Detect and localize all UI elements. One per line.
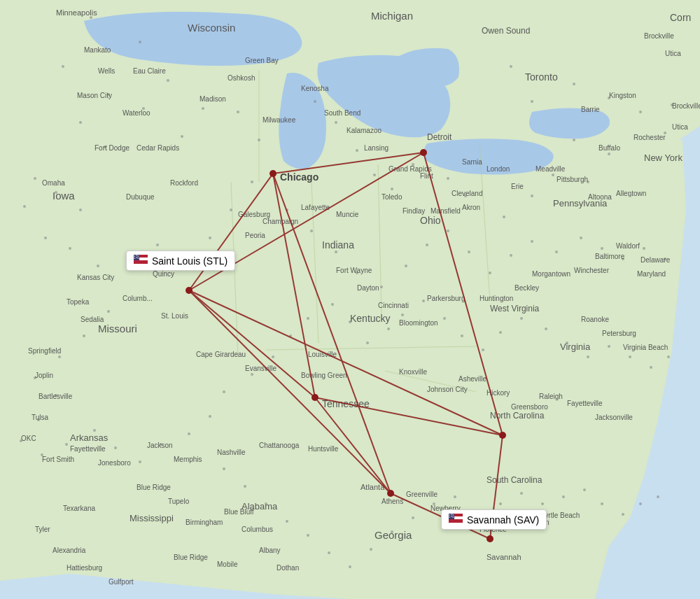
label-tyler: Tyler xyxy=(35,526,50,533)
svg-point-52 xyxy=(209,237,211,239)
svg-point-94 xyxy=(188,432,190,435)
map-container: Wisconsin Michigan Iowa Indiana Ohio Pen… xyxy=(0,0,700,599)
label-mississippi: Mississippi xyxy=(130,513,174,523)
label-capegirardeau: Cape Girardeau xyxy=(196,351,246,358)
label-maryland: Maryland xyxy=(637,270,666,278)
label-mankato: Mankato xyxy=(84,46,111,54)
svg-point-128 xyxy=(412,516,414,519)
svg-point-118 xyxy=(667,355,670,358)
svg-text:★: ★ xyxy=(137,257,139,260)
label-okc: OKC xyxy=(21,435,36,442)
label-kenosha: Kenosha xyxy=(301,85,329,92)
dot-sav xyxy=(486,535,493,542)
svg-point-125 xyxy=(349,565,351,568)
svg-point-47 xyxy=(531,100,533,103)
label-missouri: Missouri xyxy=(98,323,137,334)
sav-label: ★ ★ ★ ★ ★ ★ Savannah (SAV) xyxy=(441,509,547,530)
svg-point-64 xyxy=(310,230,313,232)
label-huntsville: Huntsville xyxy=(308,445,339,453)
svg-point-108 xyxy=(461,334,463,337)
label-fortwayne: Fort Wayne xyxy=(336,267,372,274)
label-milwaukee: Milwaukee xyxy=(262,116,296,124)
svg-point-123 xyxy=(307,534,309,537)
label-fayetteville: Fayetteville xyxy=(567,400,603,407)
svg-point-91 xyxy=(114,446,117,449)
label-erie: Erie xyxy=(511,183,524,190)
svg-point-24 xyxy=(181,135,183,138)
label-greensboro: Greensboro xyxy=(511,403,548,411)
label-greenville: Greenville xyxy=(406,491,438,498)
svg-point-101 xyxy=(331,303,334,306)
label-petersburg: Petersburg xyxy=(602,330,636,337)
svg-point-137 xyxy=(601,502,603,505)
label-allentown: Allentown xyxy=(616,190,646,197)
label-cincinnati: Cincinnati xyxy=(378,302,409,309)
svg-point-25 xyxy=(202,107,204,110)
label-winchester: Winchester xyxy=(574,267,610,274)
label-omaha: Omaha xyxy=(42,179,65,187)
label-alexandriala: Alexandria xyxy=(52,547,86,554)
svg-point-112 xyxy=(545,327,547,330)
label-kalamazoo: Kalamazoo xyxy=(346,127,382,134)
label-waldorf: Waldorf xyxy=(616,242,640,250)
svg-point-82 xyxy=(83,334,85,337)
svg-point-31 xyxy=(373,174,376,176)
label-birmingham: Birmingham xyxy=(186,519,223,526)
svg-point-54 xyxy=(156,244,159,246)
svg-point-26 xyxy=(237,111,239,113)
svg-point-40 xyxy=(608,153,610,155)
svg-point-22 xyxy=(79,121,82,124)
svg-point-69 xyxy=(426,244,428,246)
svg-point-109 xyxy=(482,348,484,351)
label-arkansas: Arkansas xyxy=(70,432,108,443)
svg-rect-170 xyxy=(449,519,463,523)
svg-point-38 xyxy=(552,174,554,176)
svg-point-51 xyxy=(230,209,232,211)
label-owensound: Owen Sound xyxy=(482,26,530,36)
label-minneapolis: Minneapolis xyxy=(56,8,97,17)
dot-nashville xyxy=(312,394,318,401)
stl-label-text: Saint Louis (STL) xyxy=(152,255,227,267)
label-joplin: Joplin xyxy=(35,372,53,379)
label-oshkosh: Oshkosh xyxy=(227,74,255,82)
label-kingston: Kingston xyxy=(609,92,636,99)
svg-point-122 xyxy=(286,520,288,523)
dot-charlotte xyxy=(499,432,506,439)
label-springfield: Springfield xyxy=(28,347,61,355)
svg-point-44 xyxy=(639,111,642,113)
label-toledo: Toledo xyxy=(382,193,402,201)
label-fortsmith: Fort Smith xyxy=(42,456,74,463)
label-brockville: Brockville xyxy=(672,102,700,110)
label-michigan: Michigan xyxy=(371,10,413,22)
svg-point-75 xyxy=(555,251,558,253)
label-texarkana: Texarkana xyxy=(63,505,96,512)
label-virginia: Virginia xyxy=(560,341,591,352)
label-ohio: Ohio xyxy=(420,215,441,226)
svg-point-34 xyxy=(447,177,449,180)
svg-point-139 xyxy=(639,502,642,505)
label-johnsoncity: Johnson City xyxy=(427,386,468,393)
svg-point-130 xyxy=(454,495,456,498)
svg-point-62 xyxy=(79,209,82,211)
svg-point-116 xyxy=(629,355,631,358)
svg-point-111 xyxy=(520,317,523,320)
svg-point-136 xyxy=(583,488,586,491)
svg-point-79 xyxy=(643,247,645,250)
svg-point-114 xyxy=(587,355,589,358)
svg-point-115 xyxy=(608,345,610,348)
label-utica2: Utica xyxy=(665,50,681,57)
sav-flag: ★ ★ ★ ★ ★ ★ xyxy=(449,514,463,526)
svg-point-65 xyxy=(335,251,337,253)
label-knoxville: Knoxville xyxy=(399,368,427,376)
svg-point-126 xyxy=(370,548,372,551)
label-indiana: Indiana xyxy=(322,239,354,251)
label-wisconsin: Wisconsin xyxy=(188,22,235,34)
svg-text:★: ★ xyxy=(452,516,454,519)
label-cleveland: Cleveland xyxy=(451,190,482,197)
svg-point-28 xyxy=(314,100,316,103)
label-huntington: Huntington xyxy=(479,295,513,302)
label-iowa: Iowa xyxy=(52,190,75,202)
label-brockville2: Brockville xyxy=(644,32,674,40)
label-georgia: Georgia xyxy=(374,529,412,541)
label-toronto: Toronto xyxy=(525,71,558,83)
